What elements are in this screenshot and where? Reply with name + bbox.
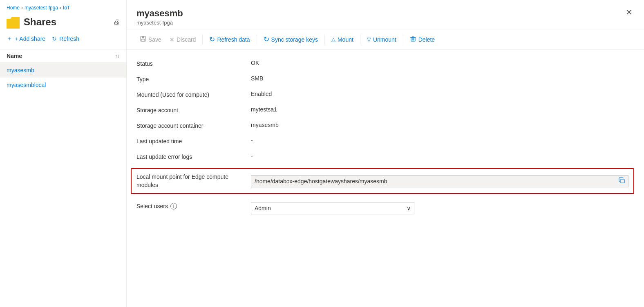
discard-button[interactable]: ✕ Discard — [166, 34, 199, 45]
storage-account-label: Storage account — [136, 106, 251, 113]
copy-mount-point-button[interactable] — [618, 176, 626, 186]
toolbar-divider-2 — [257, 35, 257, 44]
last-updated-label: Last updated time — [136, 137, 251, 145]
save-icon — [140, 36, 146, 43]
delete-label: Delete — [418, 36, 435, 43]
mount-label: Mount — [338, 36, 353, 43]
refresh-icon: ↻ — [52, 36, 57, 42]
storage-account-row: Storage account mytestsa1 — [136, 106, 634, 113]
panel-subtitle: myasetest-fpga — [136, 20, 624, 26]
refresh-button[interactable]: ↻ Refresh — [52, 34, 79, 44]
unmount-icon: ▽ — [367, 36, 371, 42]
refresh-data-icon: ↻ — [209, 35, 215, 44]
mounted-label: Mounted (Used for compute) — [136, 91, 251, 98]
select-users-row: Select users i Admin ∨ — [136, 202, 634, 214]
sidebar-header: Shares 🖨 — [0, 12, 126, 32]
toolbar-divider-5 — [403, 35, 403, 44]
list-header: Name ↑↓ — [0, 49, 126, 63]
svg-rect-1 — [142, 36, 144, 38]
discard-icon: ✕ — [170, 36, 174, 43]
mount-point-container: /home/databox-edge/hostgatewayshares/mya… — [251, 175, 628, 187]
info-icon[interactable]: i — [170, 203, 177, 209]
sidebar-actions: ＋ + Add share ↻ Refresh — [0, 32, 126, 49]
select-users-label: Select users i — [136, 202, 251, 209]
select-users-value: Admin — [255, 205, 271, 211]
discard-label: Discard — [177, 36, 196, 43]
sidebar-item-label: myasesmblocal — [7, 82, 46, 88]
toolbar-divider-1 — [202, 35, 203, 44]
type-row: Type SMB — [136, 75, 634, 82]
breadcrumb: Home › myasetest-fpga › IoT — [0, 0, 126, 12]
storage-container-label: Storage account container — [136, 122, 251, 129]
add-icon: ＋ — [7, 35, 12, 42]
detail-fields: Status OK Type SMB Mounted (Used for com… — [127, 50, 644, 229]
breadcrumb-section[interactable]: IoT — [63, 5, 70, 11]
storage-container-row: Storage account container myasesmb — [136, 122, 634, 129]
print-icon[interactable]: 🖨 — [113, 18, 120, 26]
refresh-data-button[interactable]: ↻ Refresh data — [206, 33, 253, 46]
sync-storage-keys-label: Sync storage keys — [271, 36, 318, 43]
sidebar-item-myasesmblocal[interactable]: myasesmblocal — [0, 78, 126, 92]
type-label: Type — [136, 75, 251, 82]
status-row: Status OK — [136, 60, 634, 67]
mount-point-label: Local mount point for Edge compute modul… — [136, 173, 251, 189]
refresh-label: Refresh — [59, 36, 79, 42]
name-column-label: Name — [7, 53, 22, 59]
toolbar: Save ✕ Discard ↻ Refresh data ↻ Sync sto… — [127, 29, 644, 50]
breadcrumb-device[interactable]: myasetest-fpga — [25, 5, 58, 11]
mount-point-value: /home/databox-edge/hostgatewayshares/mya… — [251, 175, 628, 187]
mount-point-row: Local mount point for Edge compute modul… — [131, 168, 634, 194]
type-value: SMB — [251, 75, 263, 82]
panel-title: myasesmb — [136, 8, 624, 19]
storage-container-value: myasesmb — [251, 122, 279, 128]
add-share-label: + Add share — [15, 36, 45, 42]
mount-button[interactable]: △ Mount — [328, 34, 357, 45]
folder-icon — [7, 16, 20, 29]
panel-header: myasesmb myasetest-fpga ✕ — [127, 0, 644, 29]
last-updated-value: - — [251, 137, 253, 144]
status-value: OK — [251, 60, 259, 66]
last-error-value: - — [251, 153, 253, 159]
sync-storage-keys-button[interactable]: ↻ Sync storage keys — [260, 33, 321, 46]
svg-rect-2 — [141, 39, 145, 41]
storage-account-value: mytestsa1 — [251, 106, 277, 113]
save-label: Save — [148, 36, 161, 43]
sidebar-item-label: myasesmb — [7, 67, 34, 73]
close-button[interactable]: ✕ — [624, 8, 634, 16]
mount-icon: △ — [331, 36, 335, 42]
toolbar-divider-3 — [324, 35, 325, 44]
sidebar: Home › myasetest-fpga › IoT Shares 🖨 ＋ +… — [0, 0, 127, 307]
unmount-button[interactable]: ▽ Unmount — [364, 34, 400, 45]
sidebar-item-myasesmb[interactable]: myasesmb — [0, 63, 126, 78]
panel-title-area: myasesmb myasetest-fpga — [136, 8, 624, 26]
sidebar-title: Shares — [24, 16, 56, 28]
last-error-label: Last update error logs — [136, 153, 251, 160]
refresh-data-label: Refresh data — [217, 36, 250, 43]
mounted-value: Enabled — [251, 91, 272, 97]
mounted-row: Mounted (Used for compute) Enabled — [136, 91, 634, 98]
delete-button[interactable]: Delete — [407, 33, 438, 46]
svg-rect-8 — [621, 179, 624, 183]
breadcrumb-home[interactable]: Home — [7, 5, 20, 11]
chevron-down-icon: ∨ — [407, 205, 411, 211]
status-label: Status — [136, 60, 251, 67]
select-users-text: Select users — [136, 203, 168, 209]
last-updated-row: Last updated time - — [136, 137, 634, 145]
delete-icon — [410, 36, 416, 43]
select-users-dropdown[interactable]: Admin ∨ — [251, 202, 414, 214]
sort-icon[interactable]: ↑↓ — [115, 53, 120, 59]
detail-panel: myasesmb myasetest-fpga ✕ Save ✕ Discard… — [127, 0, 644, 307]
save-button[interactable]: Save — [136, 33, 165, 46]
add-share-button[interactable]: ＋ + Add share — [7, 33, 45, 44]
toolbar-divider-4 — [360, 35, 360, 44]
sync-icon: ↻ — [264, 35, 269, 44]
unmount-label: Unmount — [373, 36, 396, 43]
last-error-row: Last update error logs - — [136, 153, 634, 160]
